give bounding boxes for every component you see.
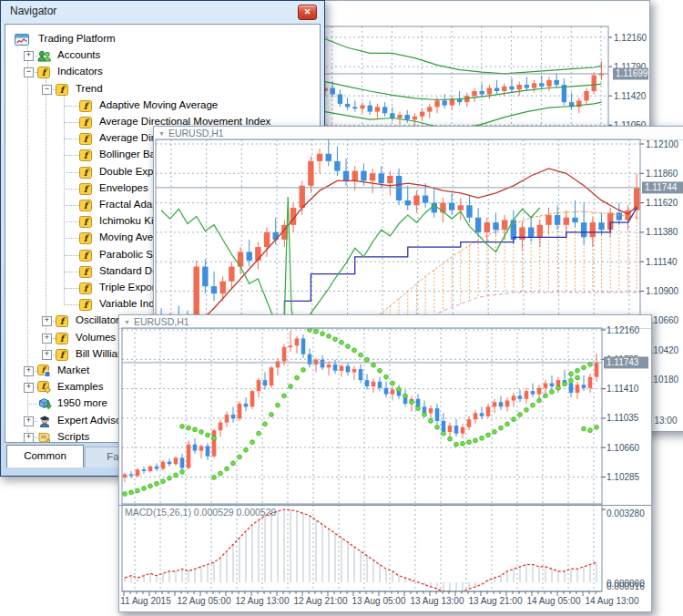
- tree-item-label: Market: [57, 364, 89, 375]
- tree-guide-stub: [64, 106, 79, 107]
- svg-text:11 Aug 2015: 11 Aug 2015: [120, 596, 171, 606]
- bollinger-middle-line: [325, 82, 601, 100]
- tree-item-trend[interactable]: −fTrend: [5, 81, 320, 98]
- f-icon: f: [56, 83, 70, 96]
- svg-text:1.11860: 1.11860: [646, 169, 678, 179]
- expand-plus-icon[interactable]: +: [24, 383, 34, 393]
- expand-plus-icon[interactable]: +: [42, 350, 52, 360]
- tree-guide-stub: [64, 288, 79, 289]
- tree-item-accounts[interactable]: +Accounts: [5, 47, 320, 64]
- f-icon: f: [79, 215, 94, 228]
- svg-text:12 Aug 21:00: 12 Aug 21:00: [294, 596, 348, 606]
- f-icon: f: [79, 231, 94, 244]
- f-icon: f: [79, 249, 94, 262]
- bollinger-upper-line: [325, 39, 601, 74]
- expand-plus-icon[interactable]: +: [24, 366, 34, 376]
- market-icon: f: [37, 364, 52, 377]
- tree-item-label: Trading Platform: [38, 33, 116, 44]
- expand-plus-icon[interactable]: +: [42, 334, 52, 344]
- f-icon: f: [37, 66, 52, 78]
- tree-guide-stub: [64, 189, 79, 190]
- examples-icon: f: [37, 381, 52, 394]
- accounts-icon: [37, 49, 52, 62]
- svg-text:MACD(15,26,1) 0.000529 0.00052: MACD(15,26,1) 0.000529 0.000529: [125, 507, 277, 518]
- svg-text:14 Aug 05:00: 14 Aug 05:00: [527, 596, 581, 606]
- tree-guide-stub: [64, 304, 79, 305]
- svg-text:1.11410: 1.11410: [607, 384, 639, 394]
- svg-text:0.003280: 0.003280: [607, 508, 645, 518]
- svg-text:1.11743: 1.11743: [607, 357, 639, 367]
- svg-text:14 Aug 13:00: 14 Aug 13:00: [586, 596, 639, 606]
- tree-item-label: Indicators: [57, 66, 103, 77]
- tree-item-label: Envelopes: [99, 182, 148, 193]
- tree-guide-stub: [64, 255, 79, 256]
- svg-text:1.11699: 1.11699: [616, 68, 648, 78]
- tree-item-label: Oscillators: [76, 314, 125, 325]
- tree-item-adaptive-moving-average[interactable]: fAdaptive Moving Average: [5, 98, 320, 114]
- svg-text:1.12100: 1.12100: [646, 139, 679, 149]
- navigator-title: Navigator: [10, 5, 56, 17]
- svg-text:1.11035: 1.11035: [607, 413, 639, 423]
- svg-text:12 Aug 13:00: 12 Aug 13:00: [236, 596, 290, 606]
- tree-item-label: Trend: [76, 83, 103, 94]
- tree-item-label: Examples: [57, 381, 104, 392]
- expand-plus-icon[interactable]: +: [24, 416, 34, 426]
- tree-guide-stub: [64, 155, 79, 156]
- chart-pane-bottom[interactable]: 1.121601.117851.114101.110351.106601.102…: [119, 315, 651, 611]
- svg-text:12 Aug 05:00: 12 Aug 05:00: [178, 596, 231, 606]
- f-icon: f: [79, 132, 94, 145]
- expand-plus-icon[interactable]: +: [42, 316, 52, 326]
- tree-guide-stub: [64, 221, 79, 222]
- f-icon: f: [79, 265, 94, 278]
- tab-common[interactable]: Common: [6, 445, 84, 467]
- svg-text:13 Aug 05:00: 13 Aug 05:00: [352, 596, 406, 606]
- tree-item-label: Scripts: [57, 431, 89, 442]
- f-icon: f: [56, 348, 70, 361]
- expand-plus-icon[interactable]: +: [24, 51, 34, 61]
- tree-item-label: Volumes: [76, 332, 116, 343]
- tree-guide-stub: [64, 272, 79, 272]
- f-icon: f: [79, 116, 94, 128]
- tree-guide-stub: [64, 122, 79, 123]
- tree-item-label: Adaptive Moving Average: [99, 99, 218, 110]
- tree-guide-stub: [64, 205, 79, 206]
- expert-icon: [37, 415, 52, 427]
- desktop: 1.121601.117901.114201.110501.106801.116…: [0, 0, 683, 616]
- svg-text:1.11380: 1.11380: [646, 227, 678, 237]
- f-icon: f: [56, 314, 70, 327]
- tree-item-trading-platform[interactable]: Trading Platform: [5, 31, 320, 47]
- collapse-minus-icon[interactable]: −: [24, 67, 34, 77]
- tree-guide-stub: [64, 238, 79, 239]
- svg-text:1.10900: 1.10900: [646, 286, 679, 296]
- chikou-span-line: [161, 197, 540, 331]
- svg-text:1.12160: 1.12160: [607, 325, 640, 335]
- svg-text:1.11620: 1.11620: [646, 198, 678, 208]
- navigator-titlebar[interactable]: Navigator ✕: [1, 1, 324, 23]
- svg-text:1.11744: 1.11744: [645, 182, 678, 192]
- svg-text:1.12160: 1.12160: [614, 33, 647, 43]
- f-icon: f: [79, 99, 94, 112]
- f-icon: f: [79, 166, 94, 179]
- bottom-chart-canvas[interactable]: 1.121601.117851.114101.110351.106601.102…: [119, 315, 651, 611]
- svg-text:0.000916: 0.000916: [607, 581, 645, 591]
- tree-guide-stub: [64, 172, 79, 173]
- tree-guide-stub: [27, 404, 37, 405]
- collapse-minus-icon[interactable]: −: [42, 85, 52, 95]
- svg-text:1.10660: 1.10660: [607, 443, 640, 453]
- chart-window-bottom[interactable]: ▼EURUSD,H1 1.121601.117851.114101.110351…: [118, 314, 652, 612]
- f-icon: f: [79, 199, 94, 211]
- scripts-icon: [37, 431, 52, 443]
- svg-text:13 Aug 13:00: 13 Aug 13:00: [411, 596, 464, 606]
- svg-text:1.11420: 1.11420: [614, 91, 647, 101]
- f-icon: f: [79, 282, 94, 294]
- f-icon: f: [79, 298, 94, 311]
- tree-item-indicators[interactable]: −fIndicators: [5, 64, 320, 80]
- more-icon: [37, 397, 52, 410]
- close-icon[interactable]: ✕: [298, 5, 317, 20]
- f-icon: f: [79, 182, 94, 195]
- expand-plus-icon[interactable]: +: [24, 433, 34, 443]
- platform-icon: [15, 33, 29, 46]
- svg-text:13 Aug 21:00: 13 Aug 21:00: [469, 596, 523, 606]
- tree-item-label: Accounts: [57, 49, 100, 60]
- svg-text:1.10285: 1.10285: [607, 472, 640, 482]
